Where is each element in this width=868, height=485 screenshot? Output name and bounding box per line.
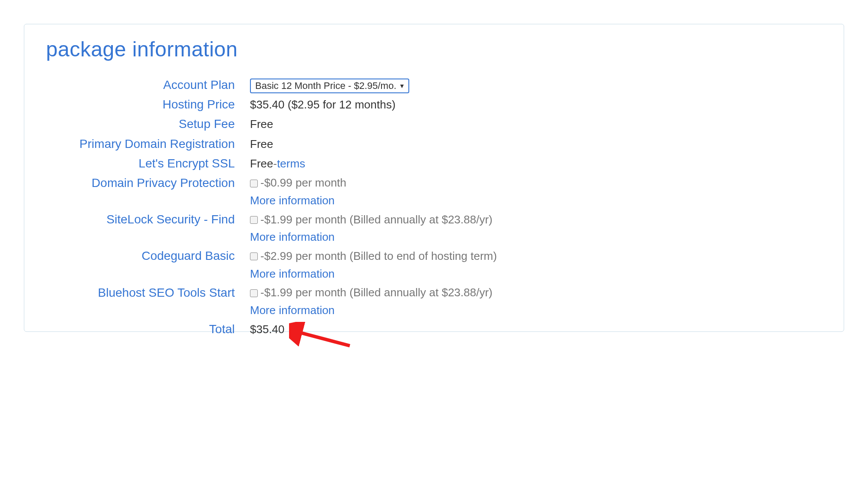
value-lets-encrypt: Free - terms xyxy=(250,157,305,170)
form-rows: Account Plan Basic 12 Month Price - $2.9… xyxy=(46,74,826,340)
value-setup-fee: Free xyxy=(250,118,273,131)
value-account-plan: Basic 12 Month Price - $2.95/mo. ▼ xyxy=(250,74,409,93)
value-domain-privacy: - $0.99 per month xyxy=(250,176,346,190)
codeguard-dash: - xyxy=(260,249,264,263)
spacer xyxy=(46,304,250,321)
spacer xyxy=(46,194,250,211)
row-sitelock: SiteLock Security - Find - $1.99 per mon… xyxy=(46,211,826,228)
package-information-panel: package information Account Plan Basic 1… xyxy=(24,24,844,332)
label-account-plan: Account Plan xyxy=(46,76,250,93)
lets-encrypt-terms-link[interactable]: terms xyxy=(277,157,305,170)
label-seo-tools: Bluehost SEO Tools Start xyxy=(46,284,250,301)
row-codeguard-info: More information xyxy=(46,267,826,284)
seo-tools-checkbox[interactable] xyxy=(250,289,258,297)
value-sitelock: - $1.99 per month (Billed annually at $2… xyxy=(250,213,493,226)
sitelock-price: $1.99 per month (Billed annually at $23.… xyxy=(264,213,493,226)
domain-privacy-checkbox[interactable] xyxy=(250,180,258,187)
spacer xyxy=(46,267,250,284)
value-seo-tools: - $1.99 per month (Billed annually at $2… xyxy=(250,286,493,299)
row-hosting-price: Hosting Price $35.40 ($2.95 for 12 month… xyxy=(46,96,826,113)
value-hosting-price: $35.40 ($2.95 for 12 months) xyxy=(250,98,395,111)
value-codeguard: - $2.99 per month (Billed to end of host… xyxy=(250,249,497,263)
row-seo-tools: Bluehost SEO Tools Start - $1.99 per mon… xyxy=(46,284,826,301)
value-primary-domain: Free xyxy=(250,138,273,151)
value-total: $35.40 xyxy=(250,323,285,336)
label-lets-encrypt: Let's Encrypt SSL xyxy=(46,155,250,172)
label-total: Total xyxy=(46,321,250,338)
row-lets-encrypt: Let's Encrypt SSL Free - terms xyxy=(46,155,826,172)
label-domain-privacy: Domain Privacy Protection xyxy=(46,174,250,191)
seo-tools-more-info-link[interactable]: More information xyxy=(250,304,335,317)
codeguard-price: $2.99 per month (Billed to end of hostin… xyxy=(264,249,497,263)
domain-privacy-price: $0.99 per month xyxy=(264,176,346,190)
label-sitelock: SiteLock Security - Find xyxy=(46,211,250,228)
row-account-plan: Account Plan Basic 12 Month Price - $2.9… xyxy=(46,74,826,93)
label-hosting-price: Hosting Price xyxy=(46,96,250,113)
row-primary-domain: Primary Domain Registration Free xyxy=(46,135,826,152)
lets-encrypt-text: Free xyxy=(250,157,273,170)
spacer xyxy=(46,230,250,247)
hosting-price-text: $35.40 ($2.95 for 12 months) xyxy=(250,98,395,111)
setup-fee-text: Free xyxy=(250,118,273,131)
panel-title: package information xyxy=(46,37,826,61)
domain-privacy-dash: - xyxy=(260,176,264,190)
sitelock-checkbox[interactable] xyxy=(250,216,258,224)
label-setup-fee: Setup Fee xyxy=(46,115,250,132)
sitelock-more-info-link[interactable]: More information xyxy=(250,230,335,244)
account-plan-selected: Basic 12 Month Price - $2.95/mo. xyxy=(255,80,396,92)
row-seo-tools-info: More information xyxy=(46,304,826,321)
row-domain-privacy-info: More information xyxy=(46,194,826,211)
total-text: $35.40 xyxy=(250,323,285,336)
chevron-down-icon: ▼ xyxy=(399,82,405,89)
row-codeguard: Codeguard Basic - $2.99 per month (Bille… xyxy=(46,247,826,264)
sitelock-dash: - xyxy=(260,213,264,226)
row-domain-privacy: Domain Privacy Protection - $0.99 per mo… xyxy=(46,174,826,191)
domain-privacy-more-info-link[interactable]: More information xyxy=(250,194,335,207)
row-setup-fee: Setup Fee Free xyxy=(46,115,826,132)
account-plan-select[interactable]: Basic 12 Month Price - $2.95/mo. ▼ xyxy=(250,79,409,93)
label-primary-domain: Primary Domain Registration xyxy=(46,135,250,152)
primary-domain-text: Free xyxy=(250,138,273,151)
codeguard-more-info-link[interactable]: More information xyxy=(250,267,335,281)
seo-tools-dash: - xyxy=(260,286,264,299)
seo-tools-price: $1.99 per month (Billed annually at $23.… xyxy=(264,286,493,299)
row-total: Total $35.40 xyxy=(46,321,826,338)
codeguard-checkbox[interactable] xyxy=(250,252,258,260)
label-codeguard: Codeguard Basic xyxy=(46,247,250,264)
lets-encrypt-sep: - xyxy=(273,157,277,170)
row-sitelock-info: More information xyxy=(46,230,826,247)
